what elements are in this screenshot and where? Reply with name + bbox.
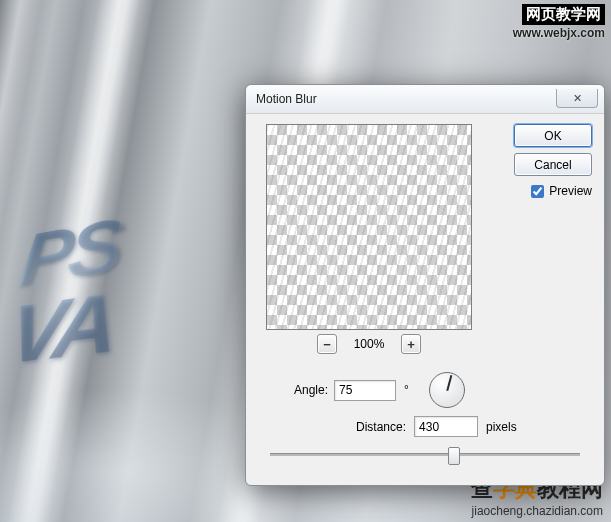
angle-label: Angle: <box>294 383 328 397</box>
zoom-percent: 100% <box>349 337 389 351</box>
distance-label: Distance: <box>356 420 406 434</box>
watermark-top-url: www.webjx.com <box>513 26 605 40</box>
degree-symbol: ° <box>404 383 409 397</box>
angle-row: Angle: 75 ° <box>294 372 465 408</box>
distance-input[interactable]: 430 <box>414 416 478 437</box>
close-icon: ✕ <box>573 92 582 105</box>
preview-checkbox[interactable] <box>531 185 544 198</box>
angle-value: 75 <box>339 383 352 397</box>
distance-row: Distance: 430 pixels <box>356 416 517 437</box>
dialog-body: − 100% + OK Cancel Preview Angle: 75 ° <box>246 114 604 486</box>
preview-blur-streaks <box>267 125 471 329</box>
preview-checkbox-label: Preview <box>549 184 592 198</box>
distance-value: 430 <box>419 420 439 434</box>
dialog-side-buttons: OK Cancel <box>514 124 592 176</box>
preview-checkbox-row[interactable]: Preview <box>531 184 592 198</box>
watermark-top-cn: 网页教学网 <box>522 4 605 25</box>
distance-slider[interactable] <box>270 444 580 464</box>
plus-icon: + <box>407 338 415 351</box>
zoom-in-button[interactable]: + <box>401 334 421 354</box>
watermark-top: 网页教学网 www.webjx.com <box>513 4 605 40</box>
ok-button[interactable]: OK <box>514 124 592 147</box>
close-button[interactable]: ✕ <box>556 89 598 108</box>
ok-button-label: OK <box>544 129 561 143</box>
slider-thumb[interactable] <box>448 447 460 465</box>
zoom-out-button[interactable]: − <box>317 334 337 354</box>
watermark-bottom-url: jiaocheng.chazidian.com <box>471 504 603 518</box>
angle-dial[interactable] <box>429 372 465 408</box>
minus-icon: − <box>323 338 331 351</box>
angle-input[interactable]: 75 <box>334 380 396 401</box>
cancel-button-label: Cancel <box>534 158 571 172</box>
angle-dial-needle <box>446 375 452 391</box>
distance-unit: pixels <box>486 420 517 434</box>
preview-thumbnail[interactable] <box>266 124 472 330</box>
dialog-title: Motion Blur <box>256 92 317 106</box>
motion-blur-dialog: Motion Blur ✕ − 100% + OK Cancel <box>245 84 605 486</box>
slider-track <box>270 453 580 456</box>
cancel-button[interactable]: Cancel <box>514 153 592 176</box>
zoom-controls: − 100% + <box>266 334 472 354</box>
dialog-titlebar[interactable]: Motion Blur ✕ <box>246 85 604 114</box>
